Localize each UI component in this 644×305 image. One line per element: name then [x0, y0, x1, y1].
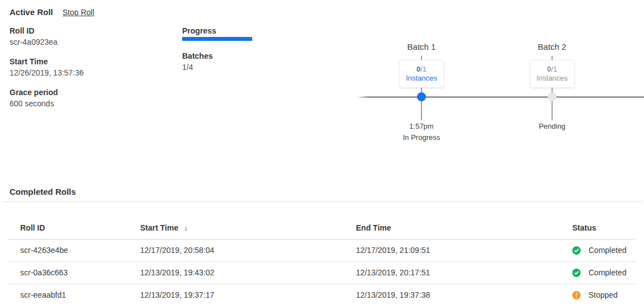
batch-2-instance-count: 0/1	[530, 65, 574, 74]
roll-id-value: scr-4a0923ea	[10, 37, 58, 47]
status-label: Stopped	[589, 290, 618, 299]
grace-period-value: 600 seconds	[10, 98, 58, 109]
grace-period-field: Grace period 600 seconds	[10, 87, 58, 109]
progress-label: Progress	[182, 26, 252, 36]
exclamation-circle-icon	[572, 291, 581, 299]
start-time-value: 12/26/2019, 13:57:36	[10, 68, 84, 78]
batch-2-name: Batch 2	[513, 42, 591, 52]
batch-1-time: 1:57pm	[382, 122, 461, 130]
table-header-row: Roll ID Start Time↓ End Time Status	[8, 202, 636, 239]
batch-1-instances-label: Instances	[400, 74, 443, 83]
cell-status: Completed	[572, 239, 636, 261]
cell-end-time: 12/17/2019, 21:09:51	[356, 239, 572, 261]
grace-period-label: Grace period	[10, 87, 58, 97]
batches-label: Batches	[182, 51, 252, 61]
table-row[interactable]: scr-4263e4be 12/17/2019, 20:58:04 12/17/…	[8, 239, 636, 261]
cell-end-time: 12/13/2019, 20:17:51	[356, 261, 572, 284]
batch-2-instances-card[interactable]: 0/1 Instances	[530, 60, 574, 88]
batch-1-name: Batch 1	[382, 42, 461, 52]
check-circle-icon	[572, 269, 581, 277]
cell-start-time: 12/13/2019, 19:37:17	[140, 284, 356, 305]
cell-end-time: 12/13/2019, 19:37:38	[356, 284, 572, 305]
batch-2-pending-dot	[548, 92, 557, 101]
timeline-batch-1: Batch 1 0/1 Instances 1:57pm In Progress	[382, 42, 461, 52]
column-header-status[interactable]: Status	[572, 202, 636, 239]
batches-value: 1/4	[182, 62, 252, 72]
cell-status: Completed	[572, 261, 636, 284]
table-row[interactable]: scr-eeaabfd1 12/13/2019, 19:37:17 12/13/…	[8, 284, 636, 305]
completed-rolls-table: Roll ID Start Time↓ End Time Status scr-…	[8, 202, 636, 305]
batch-1-status: In Progress	[382, 133, 461, 142]
roll-id-label: Roll ID	[10, 26, 58, 36]
start-time-label: Start Time	[10, 57, 84, 67]
timeline-axis	[357, 96, 644, 98]
status-label: Completed	[589, 268, 627, 277]
completed-rolls-title: Completed Rolls	[10, 187, 76, 196]
batch-2-instances-label: Instances	[530, 74, 574, 83]
batch-1-instances-card[interactable]: 0/1 Instances	[399, 60, 444, 88]
cell-roll-id: scr-eeaabfd1	[8, 284, 140, 305]
column-header-roll-id[interactable]: Roll ID	[8, 202, 140, 239]
check-circle-icon	[572, 246, 581, 255]
batch-1-instance-count: 0/1	[400, 65, 443, 74]
batch-2-status: Pending	[513, 122, 591, 130]
active-roll-header: Active Roll Stop Roll	[10, 7, 94, 17]
table-row[interactable]: scr-0a36c663 12/13/2019, 19:43:02 12/13/…	[8, 261, 636, 284]
column-header-start-time[interactable]: Start Time↓	[140, 202, 356, 239]
active-roll-title: Active Roll	[10, 7, 53, 17]
cell-status: Stopped	[572, 284, 636, 305]
roll-id-field: Roll ID scr-4a0923ea	[10, 26, 58, 47]
cell-start-time: 12/17/2019, 20:58:04	[140, 239, 356, 261]
timeline-batch-2: Batch 2 0/1 Instances Pending	[513, 42, 591, 52]
cell-roll-id: scr-0a36c663	[8, 261, 140, 284]
cell-start-time: 12/13/2019, 19:43:02	[140, 261, 356, 284]
progress-column: Progress Batches 1/4	[182, 26, 252, 72]
cell-roll-id: scr-4263e4be	[8, 239, 140, 261]
progress-bar	[182, 37, 252, 41]
sort-descending-icon[interactable]: ↓	[184, 223, 188, 232]
stop-roll-link[interactable]: Stop Roll	[63, 8, 95, 17]
column-header-end-time[interactable]: End Time	[356, 202, 572, 239]
start-time-field: Start Time 12/26/2019, 13:57:36	[10, 57, 84, 78]
status-label: Completed	[589, 246, 627, 255]
batch-1-active-dot	[417, 92, 426, 101]
